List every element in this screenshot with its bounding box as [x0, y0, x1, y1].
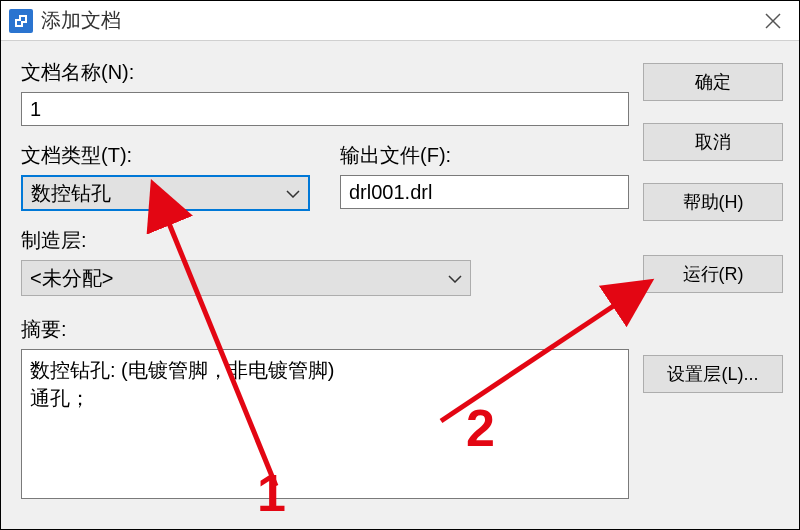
set-layer-button[interactable]: 设置层(L)... — [643, 355, 783, 393]
doc-name-label: 文档名称(N): — [21, 59, 629, 86]
doc-type-label: 文档类型(T): — [21, 142, 310, 169]
output-file-label: 输出文件(F): — [340, 142, 629, 169]
mfg-layer-value: <未分配> — [30, 265, 448, 292]
cancel-button[interactable]: 取消 — [643, 123, 783, 161]
run-button[interactable]: 运行(R) — [643, 255, 783, 293]
ok-button[interactable]: 确定 — [643, 63, 783, 101]
chevron-down-icon — [448, 270, 462, 286]
close-button[interactable] — [755, 3, 791, 39]
output-file-input[interactable] — [340, 175, 629, 209]
doc-type-select[interactable]: 数控钻孔 — [21, 175, 310, 211]
window-title: 添加文档 — [41, 7, 755, 34]
titlebar: 添加文档 — [1, 1, 799, 41]
doc-name-input[interactable] — [21, 92, 629, 126]
mfg-layer-label: 制造层: — [21, 227, 629, 254]
help-button[interactable]: 帮助(H) — [643, 183, 783, 221]
chevron-down-icon — [286, 185, 300, 201]
summary-textarea[interactable] — [21, 349, 629, 499]
summary-label: 摘要: — [21, 316, 629, 343]
app-icon — [9, 9, 33, 33]
doc-type-value: 数控钻孔 — [31, 180, 286, 207]
mfg-layer-select[interactable]: <未分配> — [21, 260, 471, 296]
